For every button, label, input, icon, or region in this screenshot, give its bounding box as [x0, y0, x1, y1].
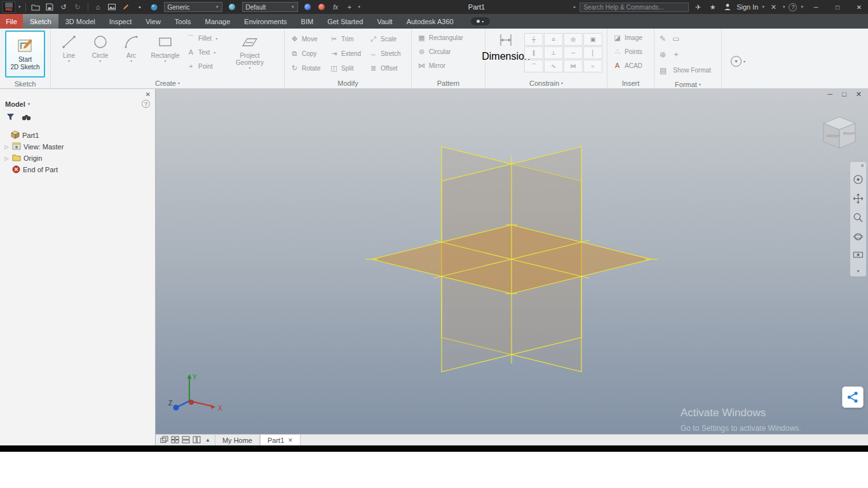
expand-arrow-icon[interactable]: ▷: [4, 144, 10, 150]
smooth-constraint-button[interactable]: ∿: [544, 60, 563, 72]
navbar-more-chevron-icon[interactable]: ▾: [857, 269, 860, 274]
search-input[interactable]: [580, 3, 689, 12]
doc-restore-icon[interactable]: □: [842, 90, 846, 98]
tab-get-started[interactable]: Get Started: [320, 14, 370, 29]
exchange-caret-icon[interactable]: ▾: [783, 4, 785, 10]
redo-icon[interactable]: ↻: [72, 1, 83, 13]
close-button[interactable]: ✕: [850, 0, 868, 14]
inventor-logo[interactable]: PRO: [3, 1, 15, 13]
horizontal-constraint-button[interactable]: ─: [564, 46, 583, 59]
tab-inspect[interactable]: Inspect: [102, 14, 139, 29]
search-binoculars-icon[interactable]: [22, 112, 31, 123]
favorites-star-icon[interactable]: ★: [707, 1, 718, 13]
show-format-button[interactable]: ▤ Show Format: [658, 62, 718, 78]
insert-acad-button[interactable]: AACAD: [611, 58, 651, 72]
project-geometry-button[interactable]: Project Geometry ▾: [229, 30, 271, 71]
orbit-icon[interactable]: [853, 231, 864, 245]
cascade-windows-icon[interactable]: [160, 436, 168, 445]
minimize-button[interactable]: ─: [807, 0, 825, 14]
circular-pattern-button[interactable]: ⊚Circular: [415, 44, 482, 58]
split-button[interactable]: ◫Split: [327, 61, 367, 75]
tree-item-view-master[interactable]: ▷ View: Master: [0, 141, 155, 152]
tile-vertical-icon[interactable]: [193, 436, 201, 445]
pan-icon[interactable]: [853, 193, 864, 207]
maximize-button[interactable]: □: [829, 0, 846, 14]
format-box-icon[interactable]: ▭: [672, 34, 679, 43]
origin-planes[interactable]: [156, 89, 868, 445]
symmetric-constraint-button[interactable]: ⋈: [564, 60, 583, 72]
navigation-wheel-icon[interactable]: [853, 174, 864, 187]
doc-minimize-icon[interactable]: ─: [827, 90, 832, 98]
navbar-close-icon[interactable]: ✕: [860, 163, 866, 168]
copy-button[interactable]: ⧉Copy: [288, 46, 327, 60]
stretch-button[interactable]: ↔Stretch: [367, 46, 406, 60]
viewport-canvas[interactable]: ─ □ ✕ FRONT RIGHT ✕: [156, 89, 868, 445]
sketch-format-icon[interactable]: ✎: [660, 34, 666, 43]
tile-horizontal-icon[interactable]: [182, 436, 190, 445]
rotate-button[interactable]: ↻Rotate: [288, 61, 327, 75]
tree-item-part[interactable]: Part1: [0, 130, 155, 141]
rectangular-pattern-button[interactable]: ▦Rectangular: [415, 30, 482, 44]
trim-button[interactable]: ✂Trim: [327, 32, 367, 46]
zoom-icon[interactable]: [853, 212, 864, 226]
tab-environments[interactable]: Environments: [237, 14, 294, 29]
tangent-constraint-button[interactable]: ⌒: [524, 60, 543, 72]
sign-in-caret-icon[interactable]: ▾: [762, 4, 764, 10]
vertical-constraint-button[interactable]: │: [583, 46, 602, 59]
arc-tool-button[interactable]: Arc ▾: [116, 30, 146, 64]
tree-item-origin[interactable]: ▷ Origin: [0, 152, 155, 164]
expand-arrow-icon[interactable]: ▷: [4, 156, 10, 161]
doc-tab-part1[interactable]: Part1 ✕: [260, 435, 301, 446]
tab-autodesk-a360[interactable]: Autodesk A360: [400, 14, 461, 29]
tab-bim[interactable]: BIM: [294, 14, 321, 29]
tab-3d-model[interactable]: 3D Model: [58, 14, 102, 29]
fillet-tool-button[interactable]: ⌒ Fillet ▾: [184, 31, 224, 45]
tab-file[interactable]: File: [0, 14, 23, 29]
tab-view[interactable]: View: [139, 14, 168, 29]
panel-label-create[interactable]: Create ▾: [51, 78, 284, 88]
look-at-icon[interactable]: [853, 250, 864, 262]
quick-access-caret-icon[interactable]: ▾: [358, 4, 361, 10]
perpendicular-constraint-button[interactable]: ⊥: [544, 46, 563, 59]
filter-icon[interactable]: [6, 112, 15, 123]
insert-image-button[interactable]: ◪Image: [611, 30, 651, 44]
app-menu-caret-icon[interactable]: ▾: [18, 4, 21, 10]
tab-sketch[interactable]: Sketch: [23, 14, 58, 29]
ribbon-appearance-toggle[interactable]: ▾: [471, 17, 490, 25]
equal-constraint-button[interactable]: =: [583, 60, 602, 72]
save-icon[interactable]: [44, 1, 55, 13]
tab-manage[interactable]: Manage: [198, 14, 238, 29]
help-icon[interactable]: ?: [789, 3, 797, 11]
extend-button[interactable]: ⇥Extend: [327, 46, 367, 60]
material-globe-icon[interactable]: [149, 1, 159, 13]
a360-share-button[interactable]: [842, 386, 864, 408]
line-tool-button[interactable]: Line ▾: [54, 30, 84, 64]
dimension-button[interactable]: Dimension: [489, 30, 523, 62]
measure-plus-icon[interactable]: +: [344, 1, 355, 13]
home-icon[interactable]: ⌂: [93, 1, 104, 13]
chevron-down-icon[interactable]: ▾: [28, 102, 31, 107]
sign-in-link[interactable]: Sign In: [736, 3, 758, 11]
parallel-constraint-button[interactable]: ∥: [524, 46, 543, 59]
open-icon[interactable]: [31, 1, 41, 13]
view-cube[interactable]: FRONT RIGHT: [820, 114, 859, 156]
exchange-apps-icon[interactable]: ✕: [768, 1, 779, 13]
expand-tabbar-icon[interactable]: ▲: [205, 437, 210, 443]
panel-label-constrain[interactable]: Constrain ▾: [485, 78, 607, 88]
text-tool-button[interactable]: A Text ▾: [184, 45, 224, 59]
appearance-dropdown[interactable]: Default ▾: [242, 2, 298, 12]
tile-windows-icon[interactable]: [171, 436, 179, 445]
tree-item-end-of-part[interactable]: End of Part: [0, 164, 155, 175]
help-caret-icon[interactable]: ▾: [801, 4, 803, 10]
parameters-fx-icon[interactable]: fx: [330, 1, 341, 13]
rectangle-tool-button[interactable]: Rectangle ▾: [147, 30, 183, 64]
lock-constraint-button[interactable]: ▣: [583, 33, 602, 46]
offset-button[interactable]: ≣Offset: [367, 61, 406, 75]
appearance-ball-icon[interactable]: [227, 1, 238, 13]
circle-tool-button[interactable]: Circle ▾: [85, 30, 115, 64]
point-tool-button[interactable]: + Point: [184, 59, 224, 73]
doc-tab-my-home[interactable]: My Home: [215, 435, 260, 446]
tab-vault[interactable]: Vault: [370, 14, 399, 29]
material-dropdown[interactable]: Generic ▾: [164, 2, 222, 12]
browser-help-icon[interactable]: ?: [142, 100, 150, 108]
